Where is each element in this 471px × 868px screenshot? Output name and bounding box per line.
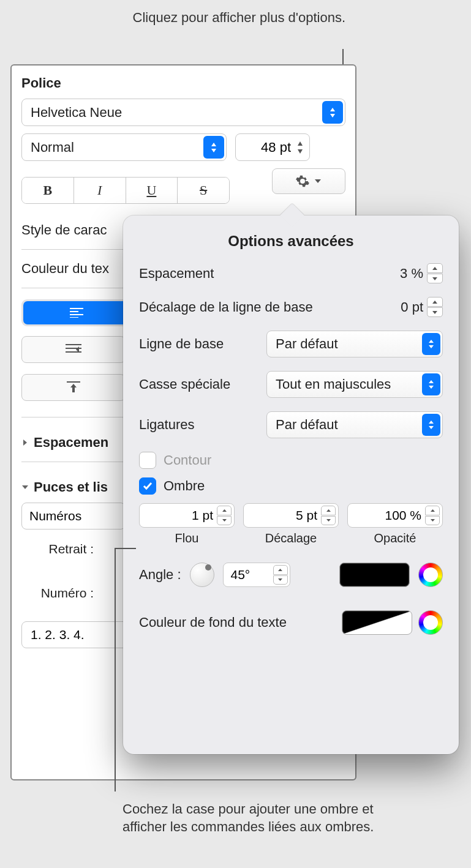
police-section-title: Police — [21, 75, 345, 91]
chevron-down-icon — [21, 484, 29, 491]
alignment-segment[interactable] — [21, 299, 132, 326]
step-down-icon[interactable] — [425, 516, 440, 526]
shadow-offset-label: Décalage — [265, 531, 317, 545]
step-up-icon[interactable] — [217, 506, 232, 515]
indent-label: Retrait : — [21, 542, 94, 556]
list-type-value: Numéros — [29, 509, 81, 523]
check-icon — [142, 481, 153, 491]
underline-button[interactable]: U — [126, 178, 178, 203]
angle-field[interactable]: 45° — [223, 563, 290, 587]
shadow-opacity-value: 100 % — [385, 508, 421, 523]
shadow-blur-value: 1 pt — [192, 508, 213, 523]
svg-rect-1 — [70, 311, 78, 312]
step-up-icon[interactable] — [321, 506, 336, 515]
svg-rect-2 — [70, 314, 83, 315]
align-left-button[interactable] — [23, 301, 130, 324]
stepper-icon[interactable] — [293, 136, 307, 159]
step-up-icon[interactable] — [425, 506, 440, 515]
step-down-icon[interactable] — [273, 575, 288, 585]
step-up-icon[interactable] — [427, 297, 443, 307]
step-down-icon[interactable] — [217, 516, 232, 526]
spacing-field[interactable]: 3 % — [386, 263, 443, 283]
shadow-offset-value: 5 pt — [296, 508, 317, 523]
advanced-options-button[interactable] — [272, 168, 345, 194]
shadow-offset-field[interactable]: 5 pt — [243, 503, 339, 528]
svg-rect-6 — [66, 351, 81, 353]
step-down-icon[interactable] — [321, 516, 336, 526]
case-value: Tout en majuscules — [276, 376, 391, 392]
align-top-icon — [67, 381, 80, 394]
shadow-label: Ombre — [164, 478, 205, 494]
chevrons-icon — [203, 136, 224, 159]
text-direction-button[interactable] — [21, 336, 126, 363]
baseline-offset-value: 0 pt — [386, 299, 423, 315]
step-down-icon[interactable] — [427, 274, 443, 283]
strikethrough-button[interactable]: S — [178, 178, 229, 203]
italic-button[interactable]: I — [74, 178, 126, 203]
baseline-offset-field[interactable]: 0 pt — [386, 297, 443, 317]
lists-header-label: Puces et lis — [34, 479, 108, 495]
bold-button[interactable]: B — [22, 178, 74, 203]
text-bg-label: Couleur de fond du texte — [139, 615, 287, 630]
chevrons-icon — [322, 101, 343, 124]
baseline-label: Ligne de base — [139, 336, 224, 352]
align-left-icon — [70, 308, 83, 318]
vertical-align-button[interactable] — [21, 374, 126, 401]
text-bg-color-well[interactable] — [342, 610, 412, 635]
shadow-opacity-field[interactable]: 100 % — [347, 503, 443, 528]
baseline-select[interactable]: Par défaut — [266, 331, 443, 357]
callout-line — [115, 548, 116, 791]
shadow-checkbox[interactable] — [139, 477, 156, 495]
popover-title: Options avancées — [139, 233, 443, 250]
outline-label: Contour — [164, 452, 211, 468]
shadow-blur-field[interactable]: 1 pt — [139, 503, 235, 528]
svg-rect-0 — [70, 308, 83, 309]
chevrons-icon — [422, 414, 440, 436]
indent-right-icon — [66, 344, 81, 355]
font-style-select[interactable]: Normal — [21, 133, 227, 161]
font-size-value: 48 pt — [261, 140, 291, 155]
baseline-value: Par défaut — [276, 336, 338, 352]
list-format-value: 1. 2. 3. 4. — [31, 627, 85, 642]
step-down-icon[interactable] — [427, 307, 443, 317]
case-select[interactable]: Tout en majuscules — [266, 371, 443, 398]
chevrons-icon — [422, 373, 440, 395]
outline-checkbox[interactable] — [139, 452, 156, 469]
shadow-blur-label: Flou — [175, 531, 199, 545]
ligatures-value: Par défaut — [276, 417, 338, 433]
callout-bottom: Cochez la case pour ajouter une ombre et… — [122, 801, 404, 836]
ligatures-select[interactable]: Par défaut — [266, 411, 443, 438]
angle-value: 45° — [231, 567, 251, 582]
chevron-down-icon — [314, 178, 322, 184]
chevron-right-icon — [21, 439, 29, 446]
spacing-label: Espacement — [139, 266, 214, 282]
spacing-header-label: Espacemen — [34, 435, 108, 451]
angle-dial[interactable] — [190, 563, 214, 587]
advanced-options-popover: Options avancées Espacement 3 % Décalage… — [123, 215, 459, 754]
gear-icon — [295, 174, 310, 189]
number-label: Numéro : — [21, 586, 94, 600]
color-picker-icon[interactable] — [418, 610, 443, 635]
case-label: Casse spéciale — [139, 376, 230, 392]
svg-rect-7 — [67, 381, 80, 383]
angle-label: Angle : — [139, 567, 181, 583]
list-type-select[interactable]: Numéros — [21, 503, 126, 529]
text-style-segmented: B I U S — [21, 177, 230, 204]
step-up-icon[interactable] — [427, 263, 443, 273]
ligatures-label: Ligatures — [139, 417, 195, 433]
svg-rect-3 — [70, 317, 78, 318]
baseline-offset-label: Décalage de la ligne de base — [139, 299, 313, 315]
step-up-icon[interactable] — [273, 565, 288, 575]
callout-top: Cliquez pour afficher plus d'options. — [133, 9, 345, 27]
spacing-value: 3 % — [386, 266, 423, 282]
shadow-opacity-label: Opacité — [374, 531, 416, 545]
color-picker-icon[interactable] — [418, 563, 443, 587]
svg-rect-4 — [66, 344, 81, 345]
font-style-value: Normal — [31, 140, 74, 155]
svg-rect-5 — [66, 348, 81, 349]
font-family-select[interactable]: Helvetica Neue — [21, 99, 345, 126]
font-family-value: Helvetica Neue — [31, 105, 122, 121]
font-size-field[interactable]: 48 pt — [235, 133, 310, 161]
chevrons-icon — [422, 333, 440, 355]
shadow-color-well[interactable] — [339, 563, 410, 587]
